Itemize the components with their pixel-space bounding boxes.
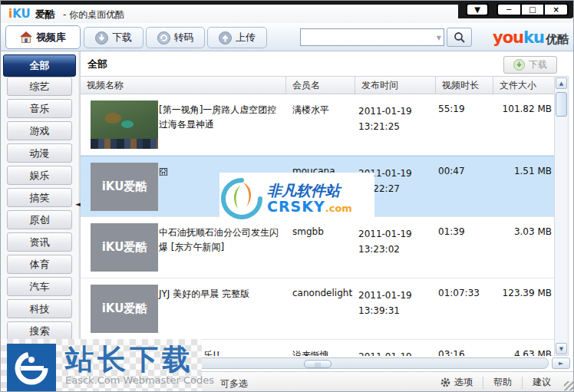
video-title: [第一视角]一房路人虚空团控过海各显神通 <box>159 103 280 131</box>
chevron-down-icon: ▼ <box>474 5 480 14</box>
sidebar: 全部 综艺 音乐 游戏 动漫 娱乐 搞笑 原创 资讯 体育 汽车 科技 搜索 <box>1 51 78 371</box>
suggest-button[interactable]: 建议 <box>522 377 561 389</box>
easck-watermark: 站长下载 Easck.Com Webmaster Codes <box>1 339 202 392</box>
help-button[interactable]: 帮助 <box>483 377 522 389</box>
video-file-size: 101.82 MB <box>490 104 552 114</box>
tab-download[interactable]: 下载 <box>84 27 144 48</box>
youku-logo: youku优酷 <box>493 28 569 47</box>
vertical-scroll-thumb[interactable] <box>556 92 567 117</box>
close-icon: × <box>553 5 559 14</box>
video-thumbnail: iKU爱酷 <box>91 223 158 272</box>
table-header: 视频名称 会员名 发布时间 视频时长 文件大小 <box>81 76 554 94</box>
titlebar[interactable]: iKU 爱酷 - 你的桌面优酷 ▼ ─ □ × <box>1 1 574 23</box>
column-header-video-name[interactable]: 视频名称 <box>81 77 286 94</box>
sidebar-item-tech[interactable]: 科技 <box>7 299 72 318</box>
tab-label: 上传 <box>236 31 256 44</box>
column-header-publish-time[interactable]: 发布时间 <box>355 77 436 94</box>
video-member: 满楼水平 <box>292 104 358 117</box>
video-file-size: 3.03 MB <box>490 226 552 237</box>
sidebar-item-original[interactable]: 原创 <box>7 210 72 229</box>
download-circle-icon <box>95 31 108 44</box>
video-publish-time: 2011-01-1913:39:31 <box>358 288 435 319</box>
options-button[interactable]: 选项 <box>430 377 483 389</box>
tab-upload[interactable]: 上传 <box>207 27 267 48</box>
video-title: 中石油抚顺石油分公司发生闪爆 [东方午新闻] <box>159 226 280 254</box>
sidebar-item-auto[interactable]: 汽车 <box>7 277 72 296</box>
minimize-button[interactable]: ─ <box>498 5 522 15</box>
search-input[interactable] <box>302 30 430 44</box>
video-duration: 01:39 <box>438 226 488 237</box>
crsky-text: 非凡软件站 CRSKY.com <box>267 183 352 215</box>
sidebar-item-music[interactable]: 音乐 <box>7 99 72 118</box>
video-member: 说来惭愧 <box>292 349 358 356</box>
video-duration: 01:07:33 <box>438 288 488 298</box>
table-row[interactable]: iKU爱酷 JYJ 美好的早晨 完整版 canondelight 2011-01… <box>81 278 554 340</box>
sidebar-item-all[interactable]: 全部 <box>3 54 76 77</box>
horizontal-scroll-thumb[interactable]: |||| <box>304 360 332 368</box>
video-member: canondelight <box>292 288 358 298</box>
video-thumbnail <box>91 100 158 149</box>
video-duration: 03:16 <box>438 349 488 356</box>
video-file-size: 1.51 MB <box>490 166 552 176</box>
crsky-watermark: 非凡软件站 CRSKY.com <box>219 173 374 225</box>
table-row[interactable]: [第一视角]一房路人虚空团控过海各显神通 满楼水平 2011-01-1913:2… <box>81 94 554 156</box>
column-header-file-size[interactable]: 文件大小 <box>493 77 554 94</box>
app-title-suffix: - 你的桌面优酷 <box>63 9 124 20</box>
easck-subtitle: Easck.Com Webmaster Codes <box>65 374 214 386</box>
sidebar-item-news[interactable]: 资讯 <box>7 232 72 252</box>
video-thumbnail: iKU爱酷 <box>91 163 158 211</box>
scroll-down-icon[interactable]: ▼ <box>556 343 567 354</box>
video-duration: 00:47 <box>438 166 488 176</box>
tab-video-library[interactable]: 视频库 <box>5 25 81 49</box>
table-row[interactable]: iKU爱酷 中石油抚顺石油分公司发生闪爆 [东方午新闻] smgbb 2011-… <box>81 217 554 278</box>
resize-grip[interactable] <box>564 381 573 390</box>
tab-transcode[interactable]: 转码 <box>146 27 205 48</box>
column-header-member[interactable]: 会员名 <box>286 77 355 94</box>
app-window: iKU 爱酷 - 你的桌面优酷 ▼ ─ □ × 视频库 下载 转码 上传 <box>0 0 574 392</box>
video-title: 乐!! <box>203 348 280 356</box>
maximize-icon: □ <box>529 5 536 14</box>
scroll-right-icon[interactable]: ► <box>552 357 570 369</box>
gear-icon <box>440 377 450 387</box>
app-title: iKU 爱酷 - 你的桌面优酷 <box>8 7 124 21</box>
maximize-button[interactable]: □ <box>522 5 546 15</box>
sidebar-item-entertainment[interactable]: 娱乐 <box>7 166 72 185</box>
video-member: smgbb <box>292 226 358 237</box>
video-thumbnail: iKU爱酷 <box>91 285 158 333</box>
collapse-sidebar-icon[interactable]: ◄ <box>75 200 81 208</box>
scroll-up-icon[interactable]: ▲ <box>556 77 567 89</box>
sidebar-item-funny[interactable]: 搞笑 <box>7 188 72 207</box>
crsky-logo-icon <box>219 176 264 221</box>
video-publish-time: 2011-01-1913:21:25 <box>358 104 435 135</box>
sidebar-item-games[interactable]: 游戏 <box>7 121 72 140</box>
tab-label: 下载 <box>112 31 132 44</box>
search-button[interactable] <box>447 28 472 47</box>
close-button[interactable]: × <box>545 5 567 15</box>
options-label: 选项 <box>454 376 473 389</box>
download-button[interactable]: 下载 <box>503 56 557 74</box>
search-dropdown-icon[interactable]: ▼ <box>437 35 441 41</box>
toolbar: 视频库 下载 转码 上传 ▼ youku优酷 <box>1 23 574 51</box>
sidebar-item-variety[interactable]: 综艺 <box>7 77 72 96</box>
video-title: JYJ 美好的早晨 完整版 <box>159 287 280 301</box>
video-file-size: 123.39 MB <box>490 288 552 298</box>
video-publish-time: 2011-01-19 <box>358 349 435 356</box>
sidebar-item-anime[interactable]: 动漫 <box>7 143 72 163</box>
column-header-duration[interactable]: 视频时长 <box>436 77 493 94</box>
video-list: [第一视角]一房路人虚空团控过海各显神通 满楼水平 2011-01-1913:2… <box>81 94 554 356</box>
video-duration: 55:19 <box>438 104 488 114</box>
sidebar-item-sports[interactable]: 体育 <box>7 255 72 274</box>
video-publish-time: 2011-01-1913:23:02 <box>358 226 435 258</box>
easck-title: 站长下载 <box>65 341 194 379</box>
download-button-label: 下载 <box>529 58 547 71</box>
window-menu-button[interactable]: ▼ <box>466 3 489 16</box>
sidebar-item-search[interactable]: 搜索 <box>7 321 72 341</box>
app-brand: 爱酷 <box>35 8 55 20</box>
status-text: 可多选 <box>220 377 248 390</box>
home-icon <box>20 31 32 43</box>
upload-circle-icon <box>219 31 232 44</box>
easck-logo-icon <box>7 344 56 392</box>
tab-label: 转码 <box>174 31 194 44</box>
vertical-scrollbar[interactable]: ▲ ▼ <box>554 76 569 356</box>
search-icon <box>454 31 466 44</box>
